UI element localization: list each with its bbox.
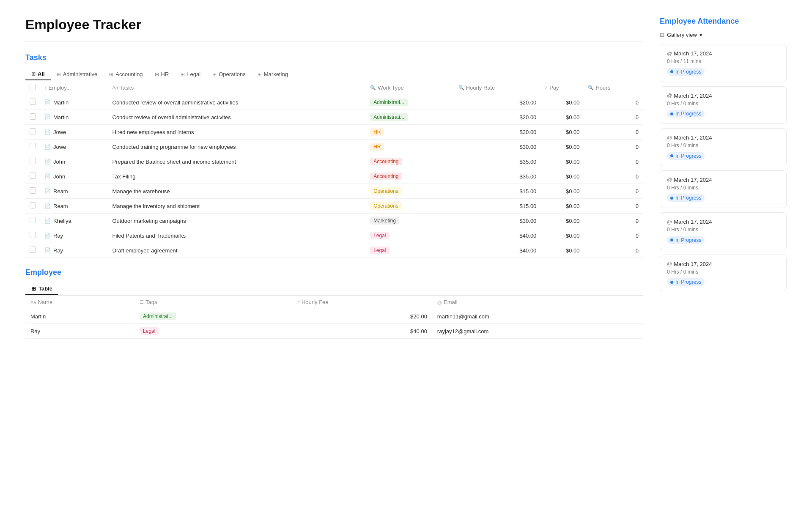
emp-tag-badge: Administrat... [140,312,176,320]
emp-th-hourly-fee: # Hourly Fee [292,296,432,309]
doc-icon: 📄 [44,159,51,164]
row-checkbox[interactable] [30,113,36,120]
gallery-view-bar[interactable]: ⊞ Gallery view ▾ [660,32,787,38]
table-tab[interactable]: ⊞ Table [25,283,58,295]
row-hourly-rate: $35.00 [454,169,541,184]
employee-section-title: Employee [25,268,643,277]
row-task: Manage the inventory and shipment [108,199,366,214]
attendance-date: @ March 17, 2024 [667,50,779,57]
doc-icon: 📄 [44,144,51,150]
work-type-badge: Legal [370,247,389,254]
date-icon: @ [667,135,672,141]
work-type-badge: Operations [370,202,402,210]
row-employee: 📄 John [40,169,108,184]
row-employee: 📄 Ray [40,228,108,243]
row-checkbox[interactable] [30,128,36,134]
doc-icon: 📄 [44,173,51,179]
table-row: 📄 John Prepared the Baalnce sheet and in… [25,154,643,169]
row-employee: 📄 Jowe [40,125,108,140]
left-panel: Employee Tracker Tasks ⊞ All ⊞ Administr… [25,17,643,347]
row-checkbox[interactable] [30,158,36,164]
row-checkbox-cell [25,243,40,258]
row-checkbox[interactable] [30,217,36,223]
tab-operations[interactable]: ⊞ Operations [206,68,252,80]
row-hours: 0 [584,154,643,169]
row-employee: 📄 Ream [40,199,108,214]
row-task: Manage the warehouse [108,184,366,199]
row-employee: 📄 Jowe [40,140,108,154]
tasks-section: Tasks ⊞ All ⊞ Administrative ⊞ Accountin… [25,53,643,258]
row-pay: $0.00 [540,140,584,154]
attendance-date: @ March 17, 2024 [667,134,779,141]
row-hourly-rate: $40.00 [454,228,541,243]
tab-hr[interactable]: ⊞ HR [149,68,175,80]
row-checkbox[interactable] [30,173,36,179]
row-employee: 📄 Ream [40,184,108,199]
row-work-type: Administrati... [366,95,454,110]
right-panel: Employee Attendance ⊞ Gallery view ▾ @ M… [660,17,787,347]
th-hourly-rate: 🔍 Hourly Rate [454,80,541,95]
row-checkbox[interactable] [30,99,36,105]
work-type-badge: Administrati... [370,113,408,121]
divider [25,41,643,41]
row-checkbox[interactable] [30,232,36,238]
attendance-time: 0 Hrs / 0 mins [667,101,779,107]
worktype-col-icon: 🔍 [370,85,376,90]
tab-marketing-icon: ⊞ [258,71,262,77]
date-icon: @ [667,261,672,267]
th-employee: ↑ Employ... [40,80,108,95]
row-checkbox-cell [25,184,40,199]
row-checkbox-cell [25,228,40,243]
fee-col-icon: # [297,300,300,305]
date-icon: @ [667,93,672,99]
tasks-table: ↑ Employ... Aa Tasks 🔍 [25,80,643,258]
emp-th-email: @ Email [432,296,643,309]
attendance-time: 0 Hrs / 0 mins [667,227,779,233]
attendance-date: @ March 17, 2024 [667,93,779,99]
attendance-card[interactable]: @ March 17, 2024 0 Hrs / 0 mins In Progr… [660,212,787,250]
attendance-time: 0 Hrs / 0 mins [667,143,779,148]
attendance-card[interactable]: @ March 17, 2024 0 Hrs / 0 mins In Progr… [660,255,787,293]
tab-all[interactable]: ⊞ All [25,68,51,80]
tab-legal[interactable]: ⊞ Legal [175,68,206,80]
gallery-chevron-icon: ▾ [700,32,702,38]
row-checkbox[interactable] [30,143,36,149]
list-item: Ray Legal $40.00 rayjay12@gmail.com [25,324,643,339]
work-type-badge: Accounting [370,158,402,165]
tab-legal-icon: ⊞ [181,71,185,77]
header-checkbox[interactable] [30,84,36,90]
table-row: 📄 Ream Manage the inventory and shipment… [25,199,643,214]
row-pay: $0.00 [540,214,584,228]
row-task: Conducted training programme for new emp… [108,140,366,154]
row-work-type: Operations [366,199,454,214]
tags-col-icon: ☰ [140,299,144,305]
row-checkbox[interactable] [30,247,36,253]
row-checkbox[interactable] [30,202,36,208]
attendance-card[interactable]: @ March 17, 2024 0 Hrs / 0 mins In Progr… [660,128,787,166]
status-badge: In Progress [667,110,705,118]
name-col-icon: Aa [30,300,36,305]
row-pay: $0.00 [540,95,584,110]
row-pay: $0.00 [540,110,584,125]
attendance-card[interactable]: @ March 17, 2024 0 Hrs / 0 mins In Progr… [660,170,787,208]
employee-section: Employee ⊞ Table Aa Name [25,268,643,339]
work-type-badge: HR [370,128,384,136]
emp-tag-badge: Legal [140,327,159,335]
status-badge: In Progress [667,236,705,244]
row-work-type: Accounting [366,169,454,184]
attendance-card[interactable]: @ March 17, 2024 0 Hrs / 0 mins In Progr… [660,86,787,124]
work-type-badge: Marketing [370,217,399,225]
row-work-type: Marketing [366,214,454,228]
row-work-type: HR [366,125,454,140]
status-dot [670,238,673,241]
tab-accounting[interactable]: ⊞ Accounting [103,68,148,80]
status-dot [670,154,673,157]
emp-tag: Legal [134,324,292,339]
row-checkbox[interactable] [30,187,36,194]
attendance-card[interactable]: @ March 17, 2024 0 Hrs / 11 mins In Prog… [660,44,787,82]
main-container: Employee Tracker Tasks ⊞ All ⊞ Administr… [0,0,812,364]
row-work-type: Administrati... [366,110,454,125]
row-employee: 📄 Martin [40,95,108,110]
tab-administrative[interactable]: ⊞ Administrative [51,68,104,80]
tab-marketing[interactable]: ⊞ Marketing [252,68,294,80]
